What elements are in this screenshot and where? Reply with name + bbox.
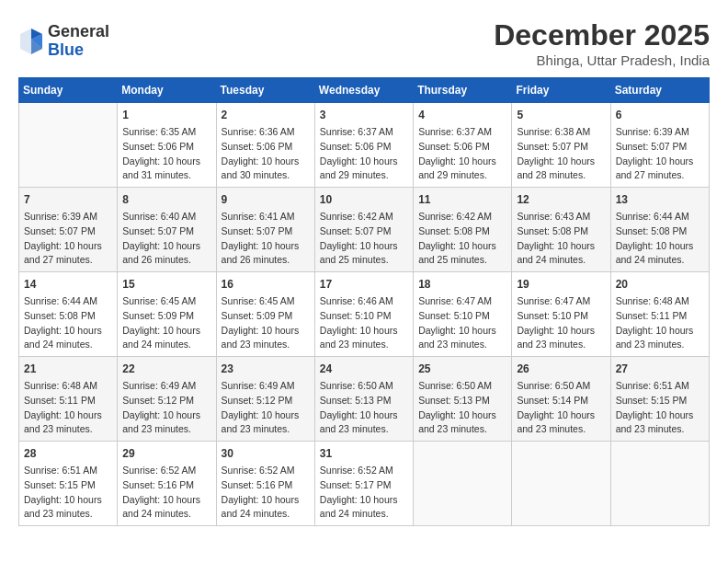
calendar-cell: 15Sunrise: 6:45 AMSunset: 5:09 PMDayligh… [118,272,216,357]
sunset-text: Sunset: 5:12 PM [222,394,310,408]
sunset-text: Sunset: 5:06 PM [320,140,408,155]
sunrise-text: Sunrise: 6:43 AM [517,210,605,224]
sunset-text: Sunset: 5:14 PM [517,394,605,408]
sunrise-text: Sunrise: 6:41 AM [222,210,310,224]
daylight-text: Daylight: 10 hours and 23 minutes. [320,408,408,438]
daylight-text: Daylight: 10 hours and 24 minutes. [222,493,310,523]
daylight-text: Daylight: 10 hours and 26 minutes. [222,239,310,269]
calendar-cell: 27Sunrise: 6:51 AMSunset: 5:15 PMDayligh… [610,357,709,442]
daylight-text: Daylight: 10 hours and 23 minutes. [222,324,310,353]
calendar-body: 1Sunrise: 6:35 AMSunset: 5:06 PMDaylight… [19,103,710,526]
calendar-cell: 2Sunrise: 6:36 AMSunset: 5:06 PMDaylight… [216,103,314,188]
day-number: 17 [320,276,408,293]
daylight-text: Daylight: 10 hours and 23 minutes. [222,408,310,438]
calendar-cell: 13Sunrise: 6:44 AMSunset: 5:08 PMDayligh… [610,188,709,272]
sunrise-text: Sunrise: 6:50 AM [517,379,605,394]
sunrise-text: Sunrise: 6:47 AM [517,294,605,309]
day-number: 11 [418,191,506,208]
calendar-table: SundayMondayTuesdayWednesdayThursdayFrid… [18,77,710,526]
calendar-week-row: 1Sunrise: 6:35 AMSunset: 5:06 PMDaylight… [19,103,710,188]
sunset-text: Sunset: 5:09 PM [122,309,210,324]
location: Bhinga, Uttar Pradesh, India [494,52,710,68]
sunrise-text: Sunrise: 6:39 AM [616,125,704,140]
sunrise-text: Sunrise: 6:51 AM [616,379,704,394]
daylight-text: Daylight: 10 hours and 28 minutes. [517,155,605,184]
daylight-text: Daylight: 10 hours and 27 minutes. [24,239,112,269]
sunrise-text: Sunrise: 6:40 AM [122,210,210,224]
sunset-text: Sunset: 5:07 PM [222,224,310,239]
calendar-week-row: 7Sunrise: 6:39 AMSunset: 5:07 PMDaylight… [19,188,710,272]
sunset-text: Sunset: 5:06 PM [122,140,210,155]
sunrise-text: Sunrise: 6:48 AM [616,294,704,309]
day-number: 3 [320,107,408,123]
sunset-text: Sunset: 5:11 PM [616,309,704,324]
sunset-text: Sunset: 5:17 PM [320,478,408,493]
sunset-text: Sunset: 5:16 PM [222,478,310,493]
calendar-cell: 11Sunrise: 6:42 AMSunset: 5:08 PMDayligh… [414,188,512,272]
sunrise-text: Sunrise: 6:50 AM [320,379,408,394]
sunrise-text: Sunrise: 6:45 AM [122,294,210,309]
daylight-text: Daylight: 10 hours and 23 minutes. [122,408,210,438]
calendar-cell: 6Sunrise: 6:39 AMSunset: 5:07 PMDaylight… [610,103,709,188]
sunrise-text: Sunrise: 6:39 AM [24,210,112,224]
title-block: December 2025 Bhinga, Uttar Pradesh, Ind… [494,18,710,68]
calendar-cell: 20Sunrise: 6:48 AMSunset: 5:11 PMDayligh… [610,272,709,357]
daylight-text: Daylight: 10 hours and 23 minutes. [517,324,605,353]
calendar-cell: 8Sunrise: 6:40 AMSunset: 5:07 PMDaylight… [118,188,216,272]
calendar-cell: 16Sunrise: 6:45 AMSunset: 5:09 PMDayligh… [216,272,314,357]
calendar-cell: 17Sunrise: 6:46 AMSunset: 5:10 PMDayligh… [314,272,413,357]
calendar-cell: 18Sunrise: 6:47 AMSunset: 5:10 PMDayligh… [414,272,512,357]
logo-general: General [48,23,109,41]
logo-blue: Blue [48,41,109,60]
calendar-cell: 1Sunrise: 6:35 AMSunset: 5:06 PMDaylight… [118,103,216,188]
logo-text: General Blue [48,23,109,60]
sunset-text: Sunset: 5:10 PM [320,309,408,324]
sunset-text: Sunset: 5:07 PM [517,140,605,155]
sunset-text: Sunset: 5:06 PM [418,140,506,155]
weekday-header: Thursday [414,78,512,103]
daylight-text: Daylight: 10 hours and 24 minutes. [24,324,112,353]
daylight-text: Daylight: 10 hours and 23 minutes. [616,324,704,353]
daylight-text: Daylight: 10 hours and 29 minutes. [418,155,506,184]
calendar-header: SundayMondayTuesdayWednesdayThursdayFrid… [19,78,710,103]
calendar-cell: 29Sunrise: 6:52 AMSunset: 5:16 PMDayligh… [118,442,216,526]
calendar-cell: 9Sunrise: 6:41 AMSunset: 5:07 PMDaylight… [216,188,314,272]
calendar-cell: 23Sunrise: 6:49 AMSunset: 5:12 PMDayligh… [216,357,314,442]
calendar-cell: 3Sunrise: 6:37 AMSunset: 5:06 PMDaylight… [314,103,413,188]
calendar-cell [610,442,709,526]
sunrise-text: Sunrise: 6:51 AM [24,464,112,478]
calendar-cell: 21Sunrise: 6:48 AMSunset: 5:11 PMDayligh… [19,357,118,442]
calendar-cell: 26Sunrise: 6:50 AMSunset: 5:14 PMDayligh… [512,357,610,442]
day-number: 25 [418,361,506,377]
daylight-text: Daylight: 10 hours and 23 minutes. [517,408,605,438]
day-number: 12 [517,191,605,208]
daylight-text: Daylight: 10 hours and 23 minutes. [418,408,506,438]
calendar-cell: 19Sunrise: 6:47 AMSunset: 5:10 PMDayligh… [512,272,610,357]
daylight-text: Daylight: 10 hours and 25 minutes. [418,239,506,269]
sunset-text: Sunset: 5:15 PM [24,478,112,493]
sunrise-text: Sunrise: 6:37 AM [320,125,408,140]
sunset-text: Sunset: 5:06 PM [222,140,310,155]
calendar-cell: 22Sunrise: 6:49 AMSunset: 5:12 PMDayligh… [118,357,216,442]
sunrise-text: Sunrise: 6:49 AM [222,379,310,394]
sunrise-text: Sunrise: 6:38 AM [517,125,605,140]
daylight-text: Daylight: 10 hours and 31 minutes. [122,155,210,184]
month-title: December 2025 [494,18,710,52]
day-number: 24 [320,361,408,377]
day-number: 30 [222,445,310,462]
day-number: 27 [616,361,704,377]
weekday-row: SundayMondayTuesdayWednesdayThursdayFrid… [19,78,710,103]
calendar-cell: 14Sunrise: 6:44 AMSunset: 5:08 PMDayligh… [19,272,118,357]
sunrise-text: Sunrise: 6:46 AM [320,294,408,309]
daylight-text: Daylight: 10 hours and 24 minutes. [517,239,605,269]
sunset-text: Sunset: 5:07 PM [320,224,408,239]
sunrise-text: Sunrise: 6:48 AM [24,379,112,394]
weekday-header: Wednesday [314,78,413,103]
calendar-week-row: 14Sunrise: 6:44 AMSunset: 5:08 PMDayligh… [19,272,710,357]
day-number: 29 [122,445,210,462]
daylight-text: Daylight: 10 hours and 24 minutes. [122,324,210,353]
daylight-text: Daylight: 10 hours and 23 minutes. [418,324,506,353]
sunrise-text: Sunrise: 6:35 AM [122,125,210,140]
daylight-text: Daylight: 10 hours and 29 minutes. [320,155,408,184]
sunrise-text: Sunrise: 6:42 AM [320,210,408,224]
